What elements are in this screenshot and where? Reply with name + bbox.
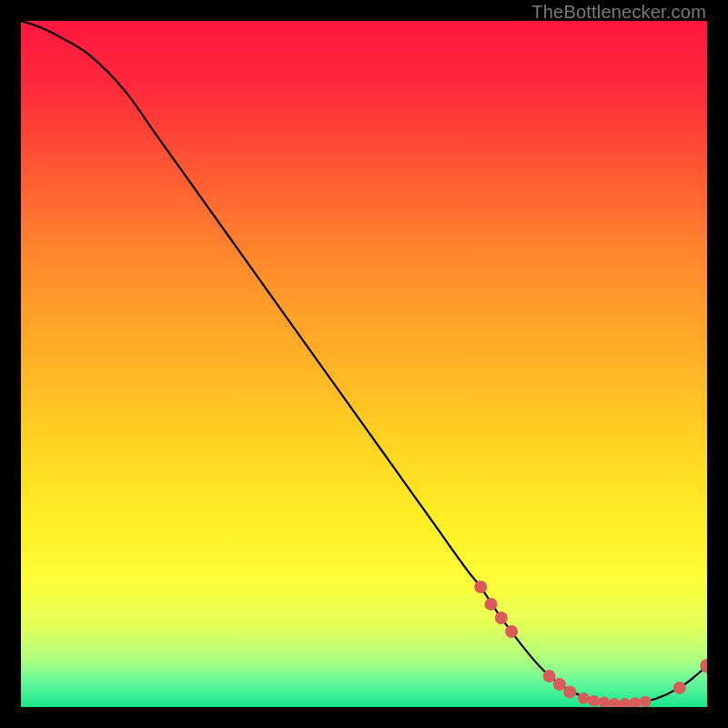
curve-marker [505,625,518,638]
curve-marker [543,670,556,682]
curve-marker [673,682,686,694]
curve-marker [553,678,566,691]
curve-marker [588,695,600,707]
bottleneck-chart [21,21,707,707]
curve-marker [474,581,487,593]
curve-marker [484,598,497,611]
chart-stage: TheBottlenecker.com [0,0,728,728]
curve-marker [578,693,590,704]
watermark-text: TheBottlenecker.com [531,2,706,23]
plot-area [21,21,707,707]
gradient-background [21,21,707,707]
curve-marker [640,696,652,707]
curve-marker [563,685,576,698]
curve-marker [495,612,508,624]
